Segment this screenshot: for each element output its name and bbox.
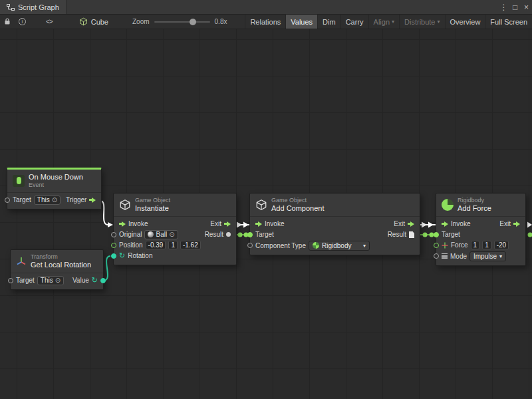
zoom-slider-handle[interactable] [190,19,196,25]
port-row: Position -0.39 1 -1.62 [114,240,236,251]
dropdown-value: Rigidbody [322,242,351,249]
kebab-menu-icon[interactable]: ⋮ [498,0,509,14]
mode-input-port[interactable] [434,253,439,259]
result-output-port[interactable] [226,232,231,237]
exit-output-port[interactable] [513,221,520,227]
invoke-input-port[interactable] [442,221,448,227]
info-button[interactable]: i [15,15,30,29]
trigger-output-port[interactable] [89,198,96,203]
node-subtitle: Transform [31,253,91,261]
pill-value: This [41,277,53,284]
zoom-value: 0.8x [215,18,227,25]
force-y-field[interactable]: 1 [482,241,491,249]
target-port-label: Target [13,196,31,203]
mode-port-label: Mode [450,253,467,260]
rotation-icon: ↻ [92,277,98,284]
component-type-port-label: Component Type [255,242,306,249]
carry-button[interactable]: Carry [340,15,368,29]
enum-icon [442,253,448,259]
force-x-field[interactable]: 1 [471,241,480,249]
code-view-button[interactable]: <> [42,15,57,29]
rigidbody-icon [313,242,319,249]
node-instantiate[interactable]: Game Object Instantiate Invoke Exit Orig… [113,193,237,265]
position-x-field[interactable]: -0.39 [146,241,166,249]
target-input-port[interactable] [8,278,13,283]
original-object-pill[interactable]: Ball ⊙ [144,230,178,239]
node-get-local-rotation[interactable]: Transform Get Local Rotation Target This… [10,249,104,290]
ball-icon [148,231,154,237]
node-title: Instantiate [135,204,170,213]
chevron-down-icon: ▾ [392,19,394,25]
game-object-icon [119,199,131,211]
component-type-dropdown[interactable]: Rigidbody ▾ [309,241,370,251]
rotation-input-port[interactable] [111,253,116,259]
force-z-field[interactable]: -20 [494,241,509,249]
original-input-port[interactable] [111,232,116,237]
node-subtitle: Game Object [271,197,325,204]
rotation-port-label: Rotation [128,252,152,259]
component-type-input-port[interactable] [247,243,253,248]
mouse-icon [13,175,25,187]
invoke-input-port[interactable] [119,221,126,227]
values-button[interactable]: Values [285,15,317,29]
overview-button[interactable]: Overview [445,15,485,29]
target-icon: ⊙ [55,277,61,284]
close-icon[interactable]: × [521,0,532,14]
game-object-icon [255,199,267,211]
node-on-mouse-down[interactable]: On Mouse Down Event Target This ⊙ Trigge… [7,168,102,209]
exit-output-port[interactable] [408,221,414,227]
target-icon: ⊙ [169,231,174,238]
target-input-port[interactable] [434,232,439,237]
target-object-pill[interactable]: This ⊙ [37,276,64,285]
exit-port-label: Exit [499,220,511,227]
port-row: Target This ⊙ Value ↻ [11,275,103,286]
tab-script-graph[interactable]: Script Graph [0,0,66,14]
force-input-port[interactable] [434,243,439,248]
node-title: Add Component [271,204,325,213]
target-input-port[interactable] [247,232,253,237]
position-z-field[interactable]: -1.62 [180,241,201,249]
cube-icon [79,17,88,26]
align-button[interactable]: Align▾ [368,15,399,29]
exit-output-port[interactable] [224,221,231,227]
port-row: Mode Impulse ▾ [436,251,525,262]
node-add-force[interactable]: Rigidbody Add Force Invoke Exit Target [436,193,526,266]
position-input-port[interactable] [111,243,116,248]
graph-asset[interactable]: Cube [75,15,112,29]
lock-button[interactable] [0,15,15,29]
node-title: On Mouse Down [29,173,83,182]
dim-button[interactable]: Dim [317,15,340,29]
rigidbody-icon [442,199,454,211]
script-graph-icon [7,4,15,11]
relations-button[interactable]: Relations [245,15,285,29]
position-y-field[interactable]: 1 [168,241,178,249]
chevron-down-icon: ▾ [499,253,502,259]
exec-row: Invoke Exit [436,219,525,229]
chevron-down-icon: ▾ [363,243,366,249]
result-port-label: Result [388,231,406,238]
pill-value: This [37,196,50,203]
distribute-button[interactable]: Distribute▾ [399,15,444,29]
invoke-input-port[interactable] [255,221,262,227]
port-row: Component Type Rigidbody ▾ [250,240,420,251]
tab-title: Script Graph [18,3,59,11]
invoke-port-label: Invoke [451,220,470,227]
target-port-label: Target [442,231,460,238]
mode-dropdown[interactable]: Impulse ▾ [469,251,506,261]
dropdown-value: Impulse [473,253,497,260]
target-input-port[interactable] [5,198,10,203]
node-add-component[interactable]: Game Object Add Component Invoke Exit Ta… [249,193,420,255]
force-port-label: Force [451,241,468,249]
target-port-label: Target [255,231,274,238]
full-screen-button[interactable]: Full Screen [485,15,532,29]
exit-port-label: Exit [210,220,221,227]
target-object-pill[interactable]: This ⊙ [34,196,61,205]
result-output-port[interactable] [409,231,414,238]
target-port-label: Target [16,277,35,284]
graph-canvas[interactable]: On Mouse Down Event Target This ⊙ Trigge… [0,29,532,399]
maximize-icon[interactable]: □ [509,0,521,14]
value-output-port[interactable] [100,278,106,283]
result-port-label: Result [205,231,223,238]
zoom-slider[interactable] [154,21,210,23]
graph-asset-name: Cube [91,18,108,26]
